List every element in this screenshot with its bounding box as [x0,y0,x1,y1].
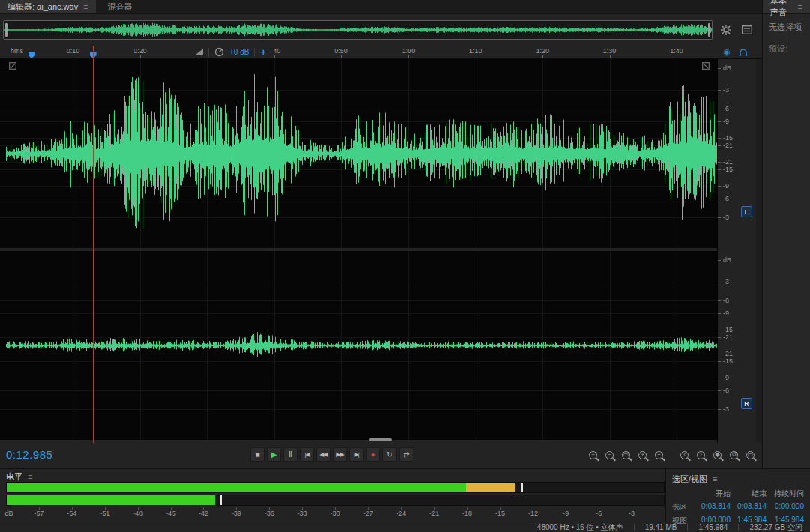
panel-menu-icon[interactable]: ≡ [712,475,717,483]
record-button[interactable]: ● [366,447,380,462]
overview-playhead[interactable] [91,21,92,39]
level-scale-label: -39 [232,510,242,517]
selection-start-value[interactable]: 0:03.814 [694,502,730,513]
selection-duration-value[interactable]: 0:00.000 [766,502,804,513]
zoom-history-button[interactable]: ▭ [743,448,758,462]
view-duration-value[interactable]: 1:45.984 [766,516,804,526]
reset-zoom-button[interactable]: ↺ [727,448,741,462]
zoom-selection-full-button[interactable]: ◆ [710,448,724,462]
skip-to-start-button[interactable]: |◀ [300,447,314,462]
zoom-out-time-button[interactable]: − [602,448,616,462]
skip-to-end-button[interactable]: ▶| [350,447,364,462]
play-button[interactable]: ▶ [267,447,281,462]
overview-waveform-canvas[interactable] [4,22,712,38]
db-tick-label: -21 [723,333,733,341]
selection-end-value[interactable]: 0:03.814 [730,502,766,513]
headphone-monitor-icon[interactable] [738,46,748,58]
level-scale-label: -18 [462,510,472,517]
db-tick-label: dB [723,256,731,264]
zoom-selection-in-point-button[interactable]: ‹ [677,448,692,462]
zoom-in-time-button[interactable]: + [586,448,600,462]
channel-r-badge[interactable]: R [741,398,752,409]
db-tick-label: -9 [723,182,729,190]
db-tick-label: -15 [723,166,733,173]
level-scale-label: -54 [67,510,76,517]
selview-col-end: 结束 [730,489,766,499]
vertical-scrollbar[interactable] [756,59,762,443]
status-format: 48000 Hz • 16 位 • 立体声 [537,522,623,532]
level-scale-label: -21 [429,510,439,517]
view-end-value[interactable]: 1:45.984 [730,516,766,526]
selview-row-view-label: 视图 [672,516,694,526]
corner-tool-left-icon[interactable] [9,62,16,70]
corner-tool-right-icon[interactable] [702,62,710,70]
level-scale-label: -48 [133,510,142,517]
zoom-in-amplitude-button[interactable]: + [635,448,650,462]
navigator-right-handle[interactable] [708,23,710,37]
skip-selection-button[interactable]: ⇄ [399,447,413,462]
input-monitor-icon[interactable]: ◉ [722,46,732,58]
selview-title: 选区/视图 [672,474,707,485]
ruler-unit-label: hms [10,47,23,55]
tab-editor[interactable]: 编辑器: ai_anc.wav ≡ [0,0,96,13]
zoom-selection-out-point-button[interactable]: › [694,448,708,462]
navigator-left-handle[interactable] [5,23,8,37]
db-tick-label: -3 [723,214,729,221]
overview-navigator[interactable] [3,20,712,40]
horizontal-scrollbar-thumb[interactable] [369,438,392,441]
panel-menu-icon[interactable]: ≡ [83,3,88,11]
ruler-tick-label: 0:20 [134,47,147,55]
time-ruler[interactable]: hms 0:100:200:300:400:501:001:101:201:30… [0,46,762,59]
transport-row: 0:12.985 ■▶Ⅱ|◀◀◀▶▶▶|●↻⇄ +−▭+−‹›◆↺▭ [0,443,762,468]
meter-peak-indicator [521,483,523,492]
overview-row [0,14,762,46]
meter-green-fill [7,495,215,505]
level-scale: dB-57-54-51-48-45-42-39-36-33-30-27-24-2… [6,507,664,518]
tab-essential-sound[interactable]: 基本声音 ≡ [763,0,810,13]
db-amplitude-ruler[interactable]: L R dB-3-3-6-6-9-9-15-15-21-21dB-3-3-6-6… [717,59,756,443]
level-scale-label: -24 [396,510,406,517]
pause-button[interactable]: Ⅱ [284,447,298,462]
zoom-out-amplitude-button[interactable]: − [652,448,666,462]
db-tick-label: -3 [723,405,729,413]
selview-col-start: 开始 [694,489,730,499]
ruler-tick-label: 0:10 [67,47,80,55]
level-scale-label: -6 [596,510,602,517]
gain-knob-icon[interactable] [214,47,224,57]
playhead-timecode[interactable]: 0:12.985 [6,448,52,461]
panel-menu-icon[interactable]: ≡ [28,473,32,481]
level-scale-unit: dB [4,510,13,517]
timeline-marker[interactable] [28,52,35,58]
meter-yellow-fill [466,483,515,492]
panel-menu-icon[interactable]: ≡ [798,3,802,11]
waveform-canvas[interactable] [0,59,717,443]
playhead-ruler-line[interactable] [93,46,94,59]
playhead-line[interactable] [93,59,94,443]
levels-title: 电平 [6,471,22,483]
panel-list-icon[interactable] [740,22,754,37]
ruler-tick-label: 1:00 [402,47,416,55]
ruler-tick-label: 1:20 [536,47,549,55]
spot-cursor-icon[interactable]: + [260,47,266,57]
loop-playback-button[interactable]: ↻ [382,447,397,462]
audition-window: 编辑器: ai_anc.wav ≡ 混音器 [0,0,810,532]
fast-forward-button[interactable]: ▶▶ [333,447,347,462]
db-tick-label: -21 [723,142,733,149]
ruler-tick-label: 1:10 [469,47,482,55]
level-scale-label: -30 [330,510,340,517]
meter-green-fill [7,483,466,492]
rewind-button[interactable]: ◀◀ [316,447,331,462]
db-tick-label: -21 [723,158,733,166]
fade-slope-icon[interactable] [195,49,203,55]
editor-tabbar: 编辑器: ai_anc.wav ≡ 混音器 [0,0,762,14]
gain-value[interactable]: +0 dB [230,48,249,56]
tab-mixer[interactable]: 混音器 [100,0,140,13]
ruler-hud: +0 dB + [188,46,274,58]
waveform-area: L R dB-3-3-6-6-9-9-15-15-21-21dB-3-3-6-6… [0,59,762,443]
stop-button[interactable]: ■ [250,447,265,462]
zoom-to-selection-button[interactable]: ▭ [619,448,633,462]
settings-gear-icon[interactable] [718,22,734,37]
level-scale-label: -12 [528,510,538,517]
channel-l-badge[interactable]: L [741,206,752,217]
view-start-value[interactable]: 0:00.000 [694,516,730,526]
